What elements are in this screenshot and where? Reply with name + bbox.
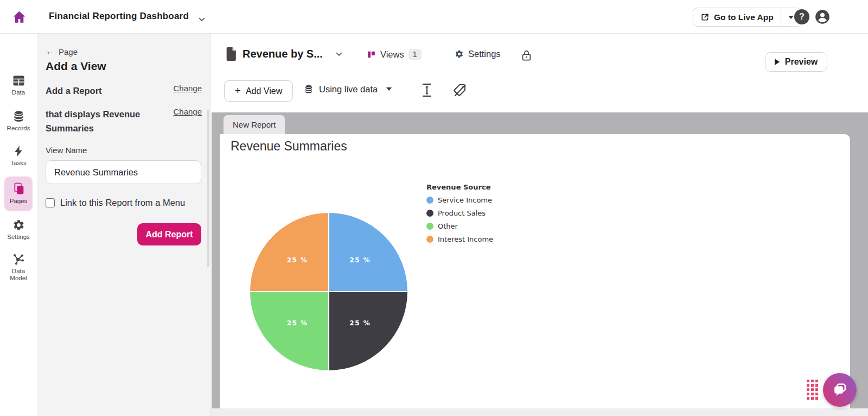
sidebar-item-data[interactable]: Data [0, 75, 37, 96]
table-icon [12, 75, 25, 87]
legend-title: Revenue Source [426, 183, 493, 191]
report-card[interactable]: Revenue Summaries 25 %25 %25 %25 % Reven… [220, 134, 850, 408]
pie-chart: 25 %25 %25 %25 % [247, 210, 410, 373]
link-menu-checkbox[interactable] [46, 198, 55, 207]
home-button[interactable] [10, 8, 28, 26]
report-type-text: Add a Report [46, 84, 154, 98]
legend-item[interactable]: Product Sales [426, 209, 493, 217]
play-icon [775, 59, 780, 65]
pages-icon [12, 182, 25, 196]
app-switcher-button[interactable] [199, 14, 205, 24]
legend-label: Interest Income [438, 235, 493, 243]
data-mode-dropdown[interactable]: Using live data [304, 84, 392, 94]
back-label: Page [59, 47, 78, 56]
chat-support-button[interactable] [823, 373, 857, 407]
view-toolbar: + Add View Using live data [210, 73, 868, 112]
data-mode-label: Using live data [319, 84, 378, 94]
add-view-label: Add View [246, 86, 282, 96]
view-name-label: View Name [46, 146, 87, 155]
tag-slash-icon [452, 83, 468, 98]
chart-legend: Revenue Source Service IncomeProduct Sal… [426, 183, 493, 248]
views-blocks-icon [367, 50, 376, 59]
pie-slice-label: 25 % [349, 256, 371, 264]
caret-down-icon [788, 16, 794, 19]
plus-icon: + [235, 85, 241, 97]
page-settings-tab[interactable]: Settings [455, 49, 501, 59]
user-avatar-icon [815, 9, 830, 24]
panel-scrollbar[interactable] [207, 110, 209, 267]
account-button[interactable] [815, 9, 830, 24]
view-name-input[interactable] [46, 160, 201, 184]
preview-button[interactable]: Preview [765, 52, 827, 72]
pie-slice[interactable] [329, 292, 408, 371]
pie-slice-label: 25 % [349, 319, 371, 327]
add-view-button[interactable]: + Add View [224, 80, 293, 102]
back-to-page-link[interactable]: ← Page [46, 46, 78, 57]
bolt-icon [12, 145, 24, 157]
legend-label: Other [438, 222, 458, 230]
bottom-strip [210, 408, 868, 416]
sidebar-item-tasks[interactable]: Tasks [0, 145, 37, 167]
link-menu-option[interactable]: Link to this Report from a Menu [46, 198, 185, 208]
main-area: Revenue by S... Views 1 Settings [210, 34, 868, 416]
legend-item[interactable]: Service Income [426, 196, 493, 204]
legend-color-dot [426, 197, 433, 204]
top-bar: Financial Reporting Dashboard Go to Live… [0, 0, 868, 34]
change-report-type-link[interactable]: Change [173, 84, 202, 93]
sidebar-item-label: Data Model [3, 268, 34, 282]
sidebar-item-data-model[interactable]: Data Model [0, 253, 37, 282]
toggle-labels-button[interactable] [452, 83, 468, 100]
add-report-button[interactable]: Add Report [137, 223, 201, 245]
sidebar-item-label: Records [3, 125, 34, 132]
legend-color-dot [426, 236, 433, 243]
page-header: Revenue by S... Views 1 Settings [210, 34, 868, 73]
nav-rail: Data Records Tasks Pages Settings [0, 34, 37, 416]
page-lock-button[interactable] [521, 49, 532, 62]
sidebar-item-label: Pages [3, 198, 34, 205]
page-canvas: New Report Revenue Summaries 25 %25 %25 … [212, 112, 868, 408]
help-button[interactable]: ? [794, 9, 809, 24]
home-icon [12, 10, 27, 24]
legend-color-dot [426, 210, 433, 217]
page-title-dropdown[interactable]: Revenue by S... [226, 47, 342, 61]
views-count-badge: 1 [409, 49, 422, 60]
pie-slice[interactable] [250, 292, 329, 371]
pie-slice-label: 25 % [287, 319, 308, 327]
change-report-source-link[interactable]: Change [173, 107, 202, 116]
chevron-down-icon [199, 17, 205, 22]
adjust-height-icon [421, 83, 433, 98]
sidebar-item-settings[interactable]: Settings [0, 219, 37, 241]
sidebar-item-records[interactable]: Records [0, 110, 37, 132]
gear-icon [12, 219, 25, 231]
pie-slice[interactable] [329, 212, 408, 292]
go-to-live-app-split-button: Go to Live App [693, 8, 801, 27]
page-doc-icon [226, 47, 237, 61]
drag-handle-dots[interactable] [807, 380, 819, 401]
report-source-row: that displays Revenue Summaries Change [46, 107, 202, 135]
back-arrow-icon: ← [46, 46, 55, 57]
link-menu-label: Link to this Report from a Menu [60, 198, 185, 208]
report-source-text: that displays Revenue Summaries [46, 107, 154, 135]
legend-label: Product Sales [438, 209, 486, 217]
report-title: Revenue Summaries [231, 139, 347, 154]
lock-icon [521, 49, 532, 62]
sidebar-item-pages[interactable]: Pages [0, 182, 37, 205]
gear-icon [455, 49, 464, 59]
legend-item[interactable]: Interest Income [426, 235, 493, 243]
sidebar-item-label: Data [3, 89, 34, 96]
legend-color-dot [426, 223, 433, 230]
pie-slice[interactable] [250, 212, 329, 292]
go-to-live-app-label: Go to Live App [714, 12, 774, 22]
add-view-panel: ← Page Add a View Add a Report Change th… [37, 34, 210, 416]
views-tab[interactable]: Views 1 [367, 49, 422, 60]
legend-label: Service Income [438, 196, 492, 204]
network-icon [12, 253, 25, 266]
panel-title: Add a View [46, 60, 106, 73]
settings-label: Settings [468, 49, 501, 59]
go-to-live-app-button[interactable]: Go to Live App [693, 8, 781, 26]
pie-slice-label: 25 % [287, 256, 308, 264]
adjust-height-button[interactable] [421, 83, 433, 100]
report-tab[interactable]: New Report [224, 115, 285, 134]
legend-item[interactable]: Other [426, 222, 493, 230]
chevron-down-icon [336, 52, 342, 56]
